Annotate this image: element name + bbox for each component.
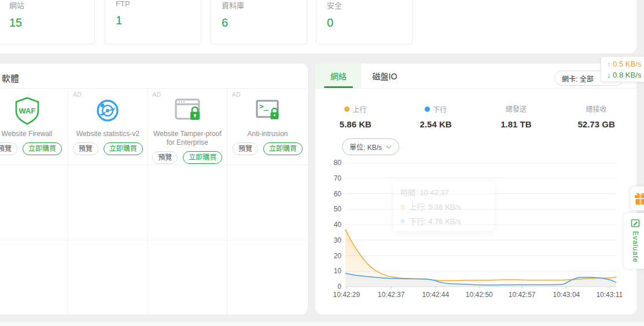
promo-float-button[interactable] [630, 186, 644, 211]
overview-card-value: 6 [222, 16, 307, 30]
net-stat-value: 1.81 TB [476, 119, 557, 129]
app-name: Website Tamper-proof for Enterprise [148, 130, 227, 147]
svg-text:>_: >_ [259, 102, 268, 111]
overview-card-label: 安全 [327, 0, 412, 10]
unit-select-label: 單位: KB/s [349, 142, 382, 152]
app-card-1: WAFWebsite Firewall預覽立即購買 [0, 88, 68, 164]
overview-card-3[interactable]: 資料庫6 [211, 0, 307, 45]
tab-network[interactable]: 網絡 [315, 64, 362, 88]
net-stat-value: 5.86 KB [315, 119, 396, 129]
network-stats-row: 上行5.86 KB下行2.54 KB總發送1.81 TB總接收52.73 GB [315, 104, 636, 129]
x-axis-label: 10:42:57 [509, 291, 536, 299]
app-name: Anti-intrusion [242, 130, 292, 138]
overview-card-label: FTP [116, 0, 201, 8]
y-axis-label: 40 [334, 221, 342, 229]
nic-select-label: 網卡: 全部 [562, 74, 594, 83]
empty-grid-cell [148, 164, 228, 240]
y-axis-label: 20 [334, 252, 342, 260]
series-dot [344, 107, 349, 112]
download-speed: ↓ 0.8 KB/s [607, 69, 644, 80]
upload-speed: ↑ 0.5 KB/s [607, 58, 644, 69]
empty-grid-cell [68, 164, 148, 240]
series-dot [425, 107, 430, 112]
svg-text:WAF: WAF [19, 107, 35, 115]
browser-lock-icon [171, 96, 204, 126]
net-stat-value: 2.54 KB [396, 119, 476, 129]
preview-button[interactable]: 預覽 [233, 142, 258, 155]
app-name: Website statistics-v2 [72, 130, 144, 138]
evaluate-label: Evaluate [631, 231, 639, 263]
empty-grid-cell [227, 164, 308, 240]
net-stat-label: 總發送 [506, 104, 527, 113]
x-axis-label: 10:43:04 [553, 291, 580, 299]
overview-card-label: 網站 [9, 0, 94, 10]
ad-tag: AD [232, 91, 241, 98]
software-panel-title: 軟體 [0, 64, 308, 79]
line-series-1 [345, 229, 616, 281]
buy-now-button[interactable]: 立即購買 [23, 142, 62, 155]
overview-card-value: 15 [9, 16, 94, 30]
x-axis-label: 10:43:11 [596, 291, 623, 299]
empty-grid-cell [68, 240, 148, 315]
realtime-speed-badge: ↑ 0.5 KB/s ↓ 0.8 KB/s [601, 56, 644, 82]
empty-grid-cell [148, 240, 228, 315]
net-stat-value: 52.73 GB [556, 119, 636, 129]
network-traffic-chart[interactable]: 0102030405060708010:42:2910:42:3710:42:4… [324, 157, 628, 307]
overview-card-label: 資料庫 [222, 0, 307, 10]
buy-now-button[interactable]: 立即購買 [183, 151, 222, 164]
software-app-grid: WAFWebsite Firewall預覽立即購買ADWebsite stati… [0, 88, 308, 314]
overview-card-value: 1 [116, 14, 201, 27]
waf-shield-icon: WAF [12, 96, 42, 126]
evaluate-float-tab[interactable]: Evaluate [624, 213, 644, 269]
ad-tag: AD [153, 91, 161, 98]
net-stat-label: 上行 [352, 104, 366, 114]
ad-tag: AD [73, 91, 82, 98]
target-scope-icon [93, 96, 123, 126]
y-axis-label: 10 [334, 267, 342, 275]
empty-grid-cell [0, 240, 68, 315]
unit-select[interactable]: 單位: KB/s [342, 138, 399, 155]
chevron-down-icon [386, 145, 392, 149]
edit-note-icon [631, 218, 641, 228]
app-card-4: AD>_Anti-intrusion預覽立即購買 [227, 88, 308, 164]
net-stat-2: 下行2.54 KB [396, 104, 476, 129]
y-axis-label: 30 [334, 236, 342, 244]
x-axis-label: 10:42:29 [333, 291, 360, 299]
x-axis-label: 10:42:44 [422, 291, 449, 299]
net-stat-1: 上行5.86 KB [315, 104, 396, 129]
overview-card-value: 0 [327, 16, 412, 30]
overview-card-2[interactable]: FTP1 [105, 0, 201, 45]
buy-now-button[interactable]: 立即購買 [104, 142, 143, 155]
y-axis-label: 70 [334, 174, 342, 182]
app-name: Website Firewall [0, 130, 57, 138]
page-bottom-strip [0, 322, 644, 326]
empty-grid-cell [227, 240, 308, 315]
net-stat-4: 總接收52.73 GB [556, 104, 636, 129]
y-axis-label: 60 [334, 190, 342, 198]
overview-card-4[interactable]: 安全0 [316, 0, 413, 45]
app-card-3: ADWebsite Tamper-proof for Enterprise預覽立… [148, 88, 228, 164]
overview-card-1[interactable]: 網站15 [0, 0, 95, 45]
terminal-lock-icon: >_ [253, 97, 283, 124]
tab-disk-io[interactable]: 磁盤IO [362, 64, 408, 88]
y-axis-label: 50 [334, 205, 342, 213]
software-panel: 軟體 WAFWebsite Firewall預覽立即購買ADWebsite st… [0, 64, 308, 314]
preview-button[interactable]: 預覽 [73, 142, 98, 155]
preview-button[interactable]: 預覽 [152, 151, 178, 164]
gift-icon [634, 192, 644, 206]
x-axis-label: 10:42:50 [466, 291, 493, 299]
network-panel: 網絡 磁盤IO 網卡: 全部 上行5.86 KB下行2.54 KB總發送1.81… [315, 64, 636, 314]
y-axis-label: 80 [334, 159, 342, 167]
net-stat-label: 下行 [433, 104, 447, 114]
app-card-2: ADWebsite statistics-v2預覽立即購買 [68, 88, 148, 164]
net-stat-3: 總發送1.81 TB [476, 104, 557, 129]
buy-now-button[interactable]: 立即購買 [263, 142, 303, 155]
empty-grid-cell [0, 164, 68, 240]
preview-button[interactable]: 預覽 [0, 142, 17, 155]
net-stat-label: 總接收 [586, 104, 607, 113]
x-axis-label: 10:42:37 [378, 291, 405, 299]
y-axis-label: 0 [337, 283, 341, 291]
